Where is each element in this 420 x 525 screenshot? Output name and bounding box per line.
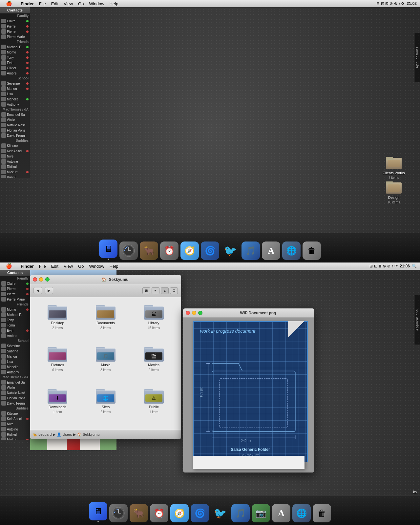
applications-bar[interactable]: Applications — [414, 33, 420, 82]
b-michael[interactable]: Michael P. — [0, 312, 30, 317]
contact-manelle[interactable]: Manelle — [0, 96, 30, 102]
finder-item-sites[interactable]: 🌐 Sites 2 items — [82, 385, 130, 427]
contact-ambre[interactable]: Ambre — [0, 71, 30, 76]
contact-pierre1[interactable]: Pierre — [0, 24, 30, 29]
b-anthony[interactable]: Anthony — [0, 369, 30, 375]
preview-minimize-button[interactable] — [192, 311, 196, 315]
applications-bar-bottom[interactable]: Applications — [414, 295, 420, 345]
icon-view-btn[interactable]: ⊞ — [142, 287, 150, 294]
contact-ridikul[interactable]: Ridikul — [0, 164, 30, 169]
finder-menu[interactable]: Finder — [18, 0, 36, 7]
contact-pierre-marie[interactable]: Pierre Marie — [0, 34, 30, 39]
edit-menu[interactable]: Edit — [49, 0, 61, 7]
contact-lisa[interactable]: Lisa — [0, 91, 30, 96]
finder-item-desktop[interactable]: Desktop 2 items — [33, 301, 82, 343]
contact-keir[interactable]: Keir Ansell — [0, 148, 30, 154]
contact-pierre2[interactable]: Pierre — [0, 29, 30, 34]
b-ridikul[interactable]: Ridikul — [0, 432, 30, 437]
dock2-scroll[interactable]: 🌀 — [191, 504, 209, 522]
b-evin[interactable]: Evin — [0, 328, 30, 333]
window-menu-b[interactable]: Window — [86, 262, 107, 270]
view-menu[interactable]: View — [61, 0, 75, 7]
finder-item-music[interactable]: 🎵 Music 3 items — [82, 343, 130, 385]
dock-safari[interactable]: 🧭 — [180, 242, 199, 260]
contact-pierre-b[interactable]: Pierre — [0, 286, 30, 291]
preview-close-button[interactable] — [186, 311, 190, 315]
b-tony[interactable]: Tony — [0, 317, 30, 323]
finder-item-public[interactable]: ⚠ Public 1 item — [130, 385, 178, 427]
b-antoine[interactable]: Antoine — [0, 427, 30, 432]
finder-item-downloads[interactable]: ⬇ Downloads 1 item — [33, 385, 82, 427]
dock-scroll[interactable]: 🌀 — [201, 242, 219, 260]
dock-bird[interactable]: 🐦 — [221, 242, 240, 260]
column-view-btn[interactable]: ⟁ — [161, 287, 169, 294]
dock-finder[interactable]: 🖥 — [99, 240, 117, 260]
forward-button[interactable]: ▶ — [45, 287, 53, 294]
b-toma[interactable]: Toma — [0, 323, 30, 328]
b-momo[interactable]: Momo — [0, 307, 30, 312]
contact-michael[interactable]: Michael P. — [0, 44, 30, 50]
b-mickurt[interactable]: Mickurt — [0, 437, 30, 440]
b-kitsune[interactable]: Kitsune — [0, 411, 30, 416]
contact-marion[interactable]: Marion — [0, 86, 30, 91]
finder-item-pictures[interactable]: Pictures 6 items — [33, 343, 82, 385]
b-ambre[interactable]: Ambre — [0, 333, 30, 338]
search-icon-b[interactable]: 🔍 — [412, 264, 417, 268]
breadcrumb-users[interactable]: 👤 Users — [57, 432, 72, 437]
dock-font[interactable]: A — [262, 242, 280, 260]
contact-wolle[interactable]: Wolle — [0, 117, 30, 122]
contact-natalie[interactable]: Natalie Nash — [0, 122, 30, 128]
finder-menu-b[interactable]: Finder — [18, 262, 36, 270]
b-severine[interactable]: Séverine — [0, 343, 30, 348]
breadcrumb-leopard[interactable]: 🐆 Leopard — [33, 432, 52, 437]
b-nive[interactable]: Nive — [0, 421, 30, 427]
contact-tony[interactable]: Tony — [0, 55, 30, 60]
window-menu[interactable]: Window — [86, 0, 107, 7]
contact-antoine[interactable]: Antoine — [0, 159, 30, 164]
contact-pierre2-b[interactable]: Pierre — [0, 291, 30, 297]
contact-florian[interactable]: Florian Ponson — [0, 128, 30, 133]
contact-claire-b[interactable]: Claire — [0, 281, 30, 286]
dock-alarm[interactable]: ⏰ — [160, 242, 178, 260]
minimize-button[interactable] — [39, 277, 43, 282]
contact-kitsune[interactable]: Kitsune — [0, 143, 30, 148]
dock2-timemachine[interactable] — [109, 504, 128, 522]
dock2-music[interactable]: 🎵 — [231, 504, 250, 522]
dock-timemachine[interactable] — [119, 242, 138, 260]
dock-clock[interactable]: 🐂 — [140, 242, 158, 260]
finder-item-documents[interactable]: Documents 8 items — [82, 301, 130, 343]
b-marion[interactable]: Marion — [0, 354, 30, 359]
dock2-globe[interactable]: 🌐 — [292, 504, 311, 522]
dock2-alarm[interactable]: ⏰ — [150, 504, 168, 522]
help-menu-b[interactable]: Help — [107, 262, 121, 270]
clients-works-icon[interactable]: Clients Works 8 items — [381, 154, 407, 179]
preview-maximize-button[interactable] — [198, 311, 202, 315]
dock2-bull[interactable]: 🐂 — [130, 504, 148, 522]
finder-item-movies[interactable]: 🎬 Movies 2 items — [130, 343, 178, 385]
apple-menu[interactable]: 🍎 — [3, 0, 15, 7]
close-button[interactable] — [33, 277, 37, 282]
file-menu-b[interactable]: File — [36, 262, 49, 270]
b-david[interactable]: David Freund — [0, 401, 30, 406]
file-menu[interactable]: File — [36, 0, 49, 7]
apple-menu-b[interactable]: 🍎 — [3, 262, 15, 270]
b-florian[interactable]: Florian Ponson — [0, 395, 30, 401]
dock2-font[interactable]: A — [272, 504, 290, 522]
contact-emanuel[interactable]: Emanuel Sa — [0, 112, 30, 117]
b-lisa[interactable]: Lisa — [0, 359, 30, 364]
help-menu[interactable]: Help — [107, 0, 121, 7]
dock2-finder[interactable]: 🖥 — [89, 502, 107, 522]
dock2-bird[interactable]: 🐦 — [211, 504, 229, 522]
b-wolle[interactable]: Wolle — [0, 385, 30, 390]
contact-mickurt[interactable]: Mickurt — [0, 169, 30, 175]
back-button[interactable]: ◀ — [33, 287, 42, 294]
list-view-btn[interactable]: ≡ — [152, 287, 159, 294]
contact-evin[interactable]: Evin — [0, 60, 30, 65]
b-sabrina[interactable]: Sabrina — [0, 348, 30, 354]
contact-david[interactable]: David Freund — [0, 133, 30, 138]
contact-olivier[interactable]: Olivier — [0, 65, 30, 71]
dock2-trash[interactable]: 🗑 — [313, 504, 331, 522]
b-natalie[interactable]: Natalie Nash — [0, 390, 30, 395]
design-icon[interactable]: Design 10 items — [381, 179, 407, 204]
go-menu[interactable]: Go — [75, 0, 86, 7]
